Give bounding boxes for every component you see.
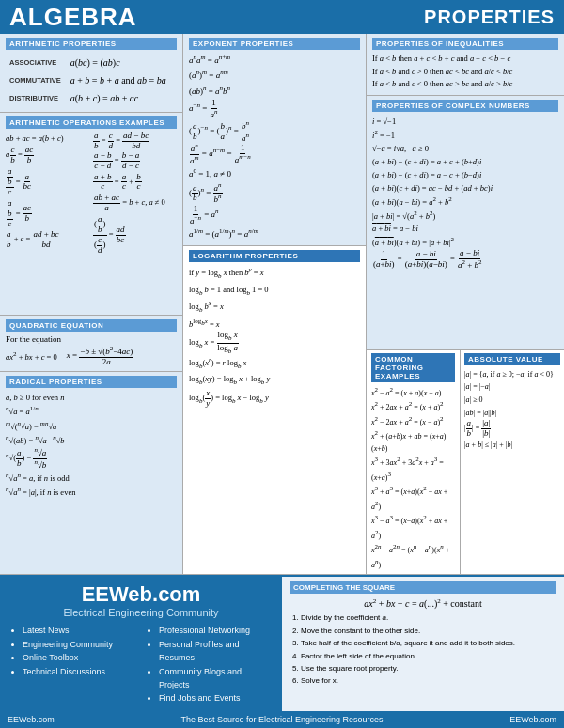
cx-9: a + bi = a − bi: [372, 222, 558, 235]
completing-steps: Divide by the coefficient a. Move the co…: [290, 612, 556, 688]
cx-11: 1(a+bi) = a − bi(a+bi)(a−bi) = a − bia2 …: [372, 249, 558, 271]
radical-content: a, b ≥ 0 for even n n√a = a1/n m√(n√a) =…: [6, 391, 177, 500]
bottom-lists: Latest News Engineering Community Online…: [9, 624, 273, 705]
bottom-list-1: Latest News Engineering Community Online…: [9, 624, 136, 705]
log-7: logb(xy) = logb x + logb y: [189, 372, 360, 389]
quadratic-subtitle: For the equation: [6, 334, 177, 344]
cx-7: (a + bi)(a − bi) = a2 + b2: [372, 194, 558, 209]
arith-line1: ab + ac = a(b + c): [6, 132, 89, 146]
arith-r1: ab = cd = ad − bcbd: [93, 132, 177, 151]
abs-2: |a| = |−a|: [464, 380, 560, 394]
logarithm-section: LOGARITHM PROPERTIES if y = logb x then …: [183, 246, 366, 575]
exponent-title: EXPONENT PROPERTIES: [189, 38, 360, 50]
exp-4: a−n = 1an: [189, 99, 360, 120]
list-item-networking: Professional Networking: [159, 624, 273, 637]
complex-content: i = √−1 i2 = −1 √−a = i√a, a ≥ 0 (a + bi…: [372, 115, 558, 271]
absolute-value-section: ABSOLUTE VALUE |a| = {a, if a ≥ 0; −a, i…: [461, 350, 564, 574]
arith-col-right: ab = cd = ad − bcbd a − bc − d = b − ad …: [93, 132, 177, 256]
complex-title: PROPERTIES OF COMPLEX NUMBERS: [372, 100, 558, 112]
cx-2: i2 = −1: [372, 128, 558, 142]
log-3: logb bx = x: [189, 299, 360, 316]
footer: EEWeb.com The Best Source for Electrical…: [0, 711, 564, 728]
log-6: logb(xr) = r logb x: [189, 355, 360, 372]
abs-5: |ab| = |a||b|: [464, 419, 560, 439]
ineq-1: If a < b then a + c < b + c and a − c < …: [372, 53, 558, 66]
abs-content: |a| = {a, if a ≥ 0; −a, if a < 0} |a| = …: [464, 368, 560, 452]
arith-r2: a − bc − d = b − ad − c: [93, 151, 177, 171]
exp-3: (ab)n = anbn: [189, 84, 360, 99]
arith-line3: abc = abc: [6, 167, 89, 197]
abs-4: |ab| = |a||b|: [464, 407, 560, 420]
logarithm-title: LOGARITHM PROPERTIES: [189, 250, 360, 262]
step-4: Factor the left side of the equation.: [301, 651, 556, 662]
bottom-right: COMPLETING THE SQUARE ax2 + bx + c = a(.…: [282, 577, 564, 711]
rad-5: n√(ab) = n√an√b: [6, 447, 177, 471]
completing-title: COMPLETING THE SQUARE: [290, 581, 556, 594]
exp-9: 1a−n = an: [189, 205, 360, 226]
quadratic-formula: x = −b ± √(b2−4ac)2a: [67, 346, 134, 367]
properties-title: PROPERTIES: [424, 7, 555, 28]
exponent-content: anam = an+m (an)m = anm (ab)n = anbn a−n…: [189, 53, 360, 241]
step-1: Divide by the coefficient a.: [301, 612, 556, 624]
complex-section: PROPERTIES OF COMPLEX NUMBERS i = √−1 i2…: [367, 96, 564, 350]
fact-1: x2 − a2 = (x + a)(x − a): [371, 385, 455, 399]
exp-10: a1/m = (a1/m)n = an/m: [189, 226, 360, 241]
rad-4: n√(ab) = n√a · n√b: [6, 433, 177, 447]
left-column: ARITHMETIC PROPERTIES ASSOCIATIVE a(bc) …: [0, 34, 183, 575]
header: ALGEBRA PROPERTIES: [0, 0, 564, 34]
exp-6: anam = an−m = 1am−n: [189, 143, 360, 166]
exp-7: a0 = 1, a ≠ 0: [189, 166, 360, 181]
log-4: blogbx = x: [189, 317, 360, 331]
log-2: logb b = 1 and logb 1 = 0: [189, 283, 360, 300]
radical-section: RADICAL PROPERTIES a, b ≥ 0 for even n n…: [0, 372, 182, 575]
footer-right: EEWeb.com: [509, 715, 556, 724]
factoring-content: x2 − a2 = (x + a)(x − a) x2 + 2ax + a2 =…: [371, 385, 455, 571]
abs-1: |a| = {a, if a ≥ 0; −a, if a < 0}: [464, 368, 560, 381]
cx-4: (a + bi) − (c + di) = a + c + (b+d)i: [372, 155, 558, 168]
step-5: Use the square root property.: [301, 663, 556, 674]
arith-line4: abc = acb: [6, 199, 89, 229]
factoring-abs-row: COMMON FACTORING EXAMPLES x2 − a2 = (x +…: [367, 350, 564, 575]
fact-2: x2 + 2ax + a2 = (x + a)2: [371, 399, 455, 413]
arith-r4: ab + aca = b + c, a ≠ 0: [93, 194, 177, 213]
list-item-discussions: Technical Discussions: [23, 665, 136, 678]
fact-5: x3 + 3ax2 + 3a2x + a3 = (x+a)3: [371, 455, 455, 484]
exp-1: anam = an+m: [189, 53, 360, 68]
algebra-title: ALGEBRA: [9, 3, 137, 32]
associative-formula: a(bc) = (ab)c: [69, 54, 175, 70]
step-6: Solve for x.: [301, 675, 556, 687]
fact-3: x2 − 2ax + a2 = (x − a)2: [371, 414, 455, 428]
step-2: Move the constant to the other side.: [301, 626, 556, 637]
main-content: ARITHMETIC PROPERTIES ASSOCIATIVE a(bc) …: [0, 34, 564, 728]
commutative-formula: a + b = b + a and ab = ba: [69, 72, 175, 88]
rad-1: a, b ≥ 0 for even n: [6, 391, 177, 404]
fact-4: x2 + (a+b)x + ab = (x+a)(x+b): [371, 428, 455, 455]
fact-7: x3 − a3 = (x−a)(x2 + ax + a2): [371, 513, 455, 542]
arith-col-left: ab + ac = a(b + c) acb = acb abc = abc a…: [6, 132, 89, 256]
arithmetic-operations-content: ab + ac = a(b + c) acb = acb abc = abc a…: [6, 132, 177, 256]
cx-1: i = √−1: [372, 115, 558, 128]
log-5: logb x = logb xlogb a: [189, 331, 360, 355]
distributive-formula: a(b + c) = ab + ac: [69, 90, 175, 106]
fact-8: x2n − a2n = (xn − an)(xn + an): [371, 542, 455, 571]
rad-2: n√a = a1/n: [6, 404, 177, 418]
log-1: if y = logb x then by = x: [189, 265, 360, 282]
list-item-jobs: Find Jobs and Events: [159, 691, 273, 705]
middle-column: EXPONENT PROPERTIES anam = an+m (an)m = …: [183, 34, 367, 575]
cx-10: (a + bi)(a + bi) = |a + bi|2: [372, 235, 558, 249]
quadratic-eq: ax2 + bx + c = 0: [6, 351, 57, 363]
footer-left: EEWeb.com: [8, 715, 55, 724]
cx-8: |a + bi| = √(a2 + b2): [372, 209, 558, 223]
logarithm-content: if y = logb x then by = x logb b = 1 and…: [189, 265, 360, 408]
top-section: ARITHMETIC PROPERTIES ASSOCIATIVE a(bc) …: [0, 34, 564, 575]
arithmetic-properties-section: ARITHMETIC PROPERTIES ASSOCIATIVE a(bc) …: [0, 34, 182, 113]
arith-r3: a + bc = ac + bc: [93, 173, 177, 193]
arith-line2: acb = acb: [6, 146, 89, 165]
list-item-toolbox: Online Toolbox: [23, 651, 136, 664]
commutative-label: COMMUTATIVE: [8, 72, 67, 88]
exp-2: (an)m = anm: [189, 68, 360, 83]
log-8: logb(xy) = logb x − logb y: [189, 389, 360, 409]
cx-3: √−a = i√a, a ≥ 0: [372, 142, 558, 155]
arith-line5: ab + c = ad + bcbd: [6, 230, 89, 250]
radical-title: RADICAL PROPERTIES: [6, 376, 177, 388]
